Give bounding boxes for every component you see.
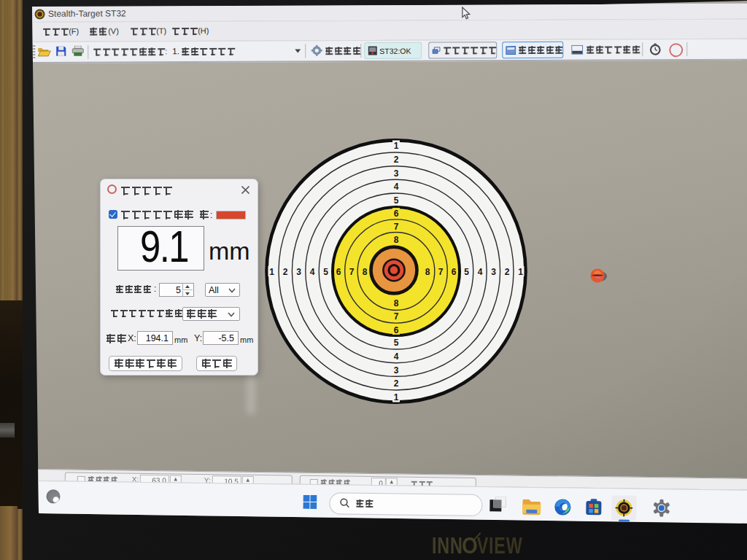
svg-text:1: 1	[393, 141, 398, 151]
svg-text:8: 8	[362, 267, 367, 277]
svg-text:7: 7	[438, 267, 443, 277]
svg-text:7: 7	[349, 267, 354, 277]
svg-text:2: 2	[504, 267, 509, 277]
svg-text:7: 7	[393, 222, 398, 232]
svg-text:3: 3	[393, 365, 398, 376]
svg-text:2: 2	[393, 378, 398, 389]
svg-text:5: 5	[323, 267, 328, 277]
svg-text:4: 4	[309, 267, 314, 277]
svg-text:3: 3	[393, 168, 398, 179]
svg-text:6: 6	[336, 267, 341, 277]
svg-text:5: 5	[464, 267, 469, 277]
svg-text:6: 6	[393, 325, 398, 335]
svg-text:6: 6	[451, 267, 456, 277]
svg-text:4: 4	[393, 351, 398, 362]
svg-text:2: 2	[393, 155, 398, 165]
svg-text:5: 5	[393, 195, 398, 206]
svg-text:7: 7	[393, 311, 398, 322]
svg-text:4: 4	[393, 182, 398, 192]
svg-text:4: 4	[477, 267, 482, 277]
svg-text:1: 1	[393, 392, 398, 402]
svg-text:8: 8	[425, 267, 430, 277]
svg-text:8: 8	[393, 298, 398, 308]
svg-text:3: 3	[296, 267, 301, 277]
svg-text:3: 3	[491, 267, 496, 277]
svg-text:2: 2	[282, 267, 287, 277]
svg-text:1: 1	[269, 267, 274, 277]
svg-text:6: 6	[393, 209, 398, 219]
svg-text:5: 5	[393, 338, 398, 348]
svg-text:8: 8	[393, 235, 398, 245]
svg-text:1: 1	[518, 267, 523, 277]
